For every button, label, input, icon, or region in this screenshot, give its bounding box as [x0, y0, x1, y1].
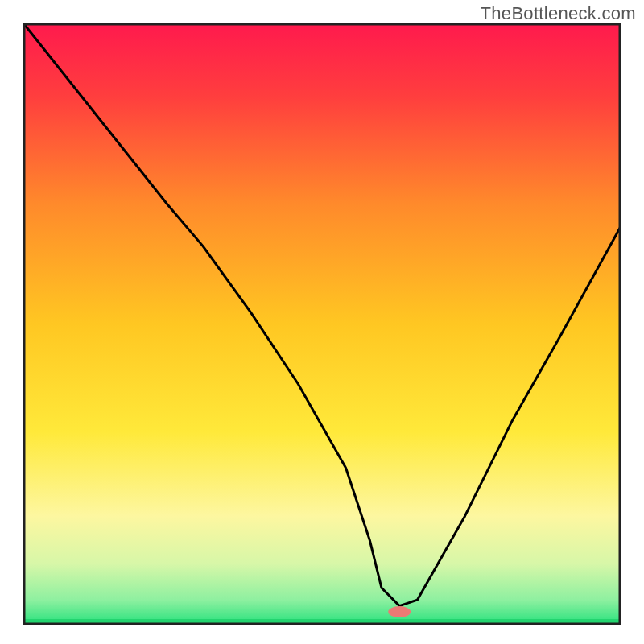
optimal-marker	[388, 606, 411, 617]
gradient-background	[24, 24, 620, 624]
chart-canvas	[0, 0, 644, 644]
watermark-text: TheBottleneck.com	[481, 3, 636, 24]
bottleneck-chart: TheBottleneck.com	[0, 0, 644, 644]
